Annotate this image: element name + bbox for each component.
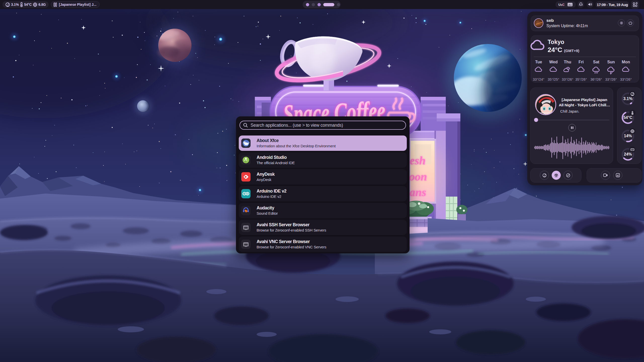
svg-text:oon: oon: [409, 170, 427, 183]
svg-text:ans: ans: [410, 186, 426, 199]
svg-text:esh: esh: [410, 154, 426, 167]
